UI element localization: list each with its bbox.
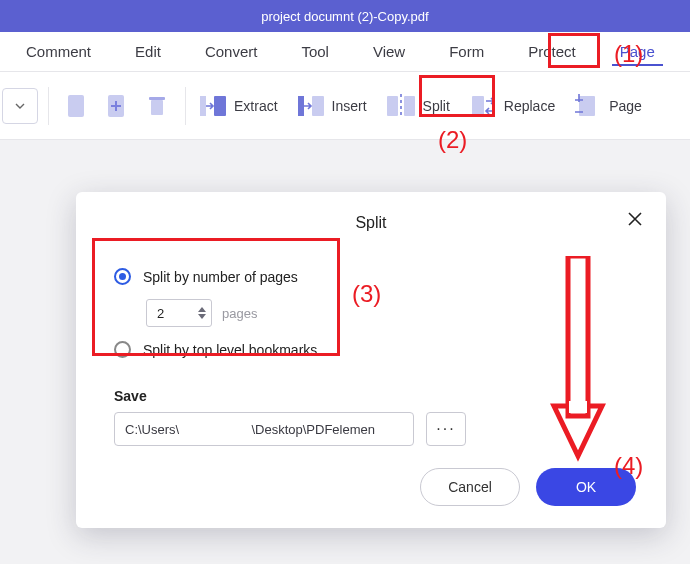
radio-split-by-pages[interactable]: Split by number of pages [114, 268, 628, 285]
ok-label: OK [576, 479, 596, 495]
svg-rect-5 [214, 96, 226, 116]
radio-split-by-bookmarks[interactable]: Split by top level bookmarks [114, 341, 628, 358]
svg-rect-6 [312, 96, 324, 116]
radio-icon [114, 341, 131, 358]
page-label-button[interactable]: Page [571, 90, 654, 122]
spinner-buttons [195, 301, 209, 325]
replace-label: Replace [504, 98, 555, 114]
separator [48, 87, 49, 125]
menu-edit[interactable]: Edit [113, 32, 183, 71]
split-button[interactable]: Split [383, 90, 462, 122]
page-blank-icon [66, 93, 88, 119]
page-label-label: Page [609, 98, 642, 114]
replace-button[interactable]: Replace [466, 90, 567, 122]
pages-value: 2 [157, 306, 164, 321]
separator [185, 87, 186, 125]
menu-form[interactable]: Form [427, 32, 506, 71]
close-icon [627, 211, 643, 231]
svg-rect-7 [298, 96, 304, 116]
radio-icon [114, 268, 131, 285]
toolbar-page-icon[interactable] [59, 88, 95, 124]
document-filename: project documnt (2)-Copy.pdf [261, 9, 428, 24]
menu-convert[interactable]: Convert [183, 32, 280, 71]
svg-rect-3 [149, 97, 165, 100]
menubar: Comment Edit Convert Tool View Form Prot… [0, 32, 690, 72]
spinner-up[interactable] [198, 307, 206, 312]
toolbar-delete-page-icon[interactable] [139, 88, 175, 124]
menu-comment[interactable]: Comment [4, 32, 113, 71]
extract-button[interactable]: Extract [196, 90, 290, 122]
insert-icon [298, 94, 324, 118]
svg-rect-12 [579, 96, 595, 116]
cancel-label: Cancel [448, 479, 492, 495]
dialog-actions: Cancel OK [420, 468, 636, 506]
svg-rect-11 [472, 96, 484, 116]
path-value: C:\Users\ \Desktop\PDFelemen [125, 422, 375, 437]
pages-count-input[interactable]: 2 [146, 299, 212, 327]
split-icon [387, 94, 415, 118]
radio-label: Split by number of pages [143, 269, 298, 285]
split-dialog: Split Split by number of pages 2 pages S… [76, 192, 666, 528]
pages-count-row: 2 pages [146, 299, 628, 327]
toolbar: Extract Insert Split Replace Page [0, 72, 690, 140]
svg-rect-4 [200, 96, 206, 116]
split-options: Split by number of pages 2 pages Split b… [106, 262, 636, 382]
menu-tool[interactable]: Tool [279, 32, 351, 71]
replace-icon [470, 94, 496, 118]
chevron-down-icon [15, 103, 25, 109]
svg-rect-2 [151, 100, 163, 115]
dialog-title: Split [106, 214, 636, 232]
save-section-label: Save [114, 388, 636, 404]
toolbar-page-add-icon[interactable] [99, 88, 135, 124]
toolbar-dropdown[interactable] [2, 88, 38, 124]
spinner-down[interactable] [198, 314, 206, 319]
save-row: C:\Users\ \Desktop\PDFelemen ··· [106, 412, 636, 446]
menu-protect[interactable]: Protect [506, 32, 598, 71]
page-plus-icon [106, 93, 128, 119]
browse-button[interactable]: ··· [426, 412, 466, 446]
radio-label: Split by top level bookmarks [143, 342, 317, 358]
insert-button[interactable]: Insert [294, 90, 379, 122]
split-label: Split [423, 98, 450, 114]
ok-button[interactable]: OK [536, 468, 636, 506]
svg-rect-0 [68, 95, 84, 117]
cancel-button[interactable]: Cancel [420, 468, 520, 506]
extract-label: Extract [234, 98, 278, 114]
insert-label: Insert [332, 98, 367, 114]
svg-rect-9 [404, 96, 415, 116]
menu-page[interactable]: Page [598, 32, 677, 71]
save-path-input[interactable]: C:\Users\ \Desktop\PDFelemen [114, 412, 414, 446]
extract-icon [200, 94, 226, 118]
trash-icon [147, 94, 167, 118]
page-crop-icon [575, 94, 601, 118]
titlebar: project documnt (2)-Copy.pdf [0, 0, 690, 32]
browse-label: ··· [436, 420, 455, 438]
svg-rect-8 [387, 96, 398, 116]
menu-view[interactable]: View [351, 32, 427, 71]
close-button[interactable] [624, 210, 646, 232]
pages-unit-label: pages [222, 306, 257, 321]
